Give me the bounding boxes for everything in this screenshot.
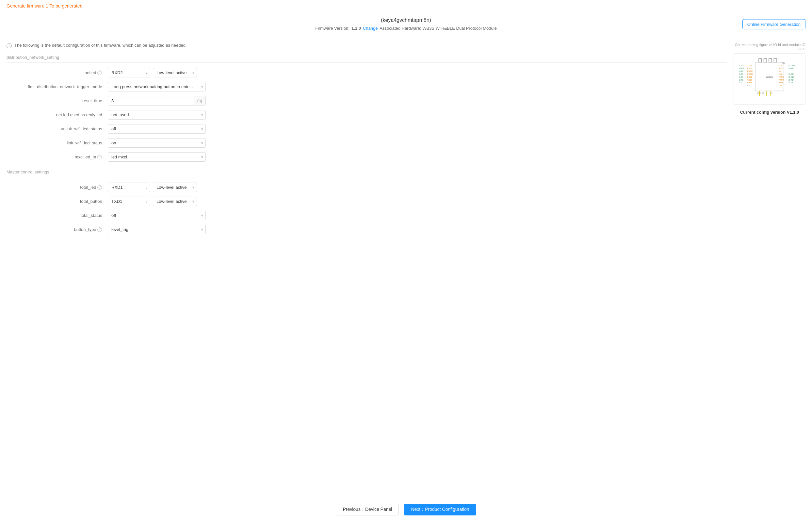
field-controls-mxcl_led_m: led mxcl (108, 152, 206, 162)
svg-text:IC-P0: IC-P0 (738, 79, 743, 81)
field-label-total_led: total_led ? : (6, 185, 105, 190)
help-icon-button_type[interactable]: ? (97, 227, 102, 232)
select-wrapper-mxcl_led_m-0: led mxcl (108, 152, 206, 162)
form-row-reset_time: reset_time :(s) (6, 96, 727, 105)
bottom-bar: Previous：Device Panel Next：Product Confi… (0, 499, 812, 520)
select-wrapper-net_led_used_as_realy_led-0: not_used (108, 110, 206, 120)
svg-text:IC-P6: IC-P6 (788, 82, 793, 84)
associated-hardware: Associated Hardware: WB3S WiFi&BLE Dual … (379, 26, 496, 31)
svg-text:P14: P14 (779, 73, 782, 75)
form-row-mxcl_led_m: mxcl led_m ? :led mxcl (6, 152, 727, 162)
svg-text:IC-P10: IC-P10 (738, 67, 744, 69)
select-total_led-1[interactable]: Low-level active (153, 183, 197, 192)
form-row-total_led: total_led ? :RXD1Low-level active (6, 183, 727, 192)
field-label-netled: netled ? : (6, 70, 105, 75)
select-mxcl_led_m-0[interactable]: led mxcl (108, 152, 206, 162)
top-bar: Generate firmware 1 To be generated (0, 0, 812, 12)
select-total_status-0[interactable]: off (108, 211, 206, 220)
module-diagram-svg: WB3S IC-P11 IC-P10 IC-P8 IC-P9 IC-P3 IC-… (737, 57, 802, 100)
right-panel: Corresponding figure of IO id and module… (734, 43, 806, 492)
field-controls-button_type: level_trig (108, 225, 206, 234)
diagram-label: Corresponding figure of IO id and module… (734, 43, 806, 51)
sections-container: distribution_network_settingnetled ? :RX… (6, 55, 727, 234)
svg-text:IC-CEN: IC-CEN (788, 65, 795, 67)
svg-text:TXD1: TXD1 (747, 65, 752, 67)
change-link[interactable]: Change (363, 26, 378, 31)
select-total_button-1[interactable]: Low-level active (153, 197, 197, 206)
input-reset_time[interactable] (108, 96, 194, 105)
form-row-net_led_used_as_realy_led: net led used as realy led :not_used (6, 110, 727, 120)
help-icon-netled[interactable]: ? (97, 71, 102, 75)
svg-text:RXD1: RXD1 (747, 67, 752, 69)
select-unlink_wifi_led_status-0[interactable]: off (108, 124, 206, 134)
svg-text:3.3V: 3.3V (779, 85, 783, 86)
select-wrapper-link_wifi_led_status-0: on (108, 138, 206, 148)
select-first_distribution_network_trigger_mode-0[interactable]: Long press network pairing button to ent… (108, 82, 206, 92)
field-controls-reset_time: (s) (108, 96, 206, 105)
main-content: i The following is the default configura… (0, 36, 812, 499)
select-link_wifi_led_status-0[interactable]: on (108, 138, 206, 148)
svg-text:RXD2: RXD2 (747, 76, 752, 78)
form-row-first_distribution_network_trigger_mode: first_distribution_network_trigger_mode … (6, 82, 727, 92)
field-label-first_distribution_network_trigger_mode: first_distribution_network_trigger_mode … (6, 84, 105, 89)
select-net_led_used_as_realy_led-0[interactable]: not_used (108, 110, 206, 120)
input-unit-reset_time: (s) (108, 96, 206, 105)
field-controls-net_led_used_as_realy_led: not_used (108, 110, 206, 120)
field-controls-first_distribution_network_trigger_mode: Long press network pairing button to ent… (108, 82, 206, 92)
online-firmware-generation-button[interactable]: Online Firmware Generation (742, 19, 806, 29)
select-netled-0[interactable]: RXD2 (108, 68, 150, 77)
page-wrapper: Generate firmware 1 To be generated (key… (0, 0, 812, 520)
previous-button[interactable]: Previous：Device Panel (336, 504, 399, 515)
generate-title: Generate firmware 1 To be generated (6, 3, 82, 8)
config-version: Current config version V1.1.0 (734, 110, 806, 115)
field-label-button_type: button_type ? : (6, 227, 105, 232)
select-wrapper-total_led-1: Low-level active (153, 183, 197, 192)
help-icon-total_led[interactable]: ? (97, 185, 102, 190)
section-distribution_network_setting: distribution_network_settingnetled ? :RX… (6, 55, 727, 162)
svg-text:IC-P14: IC-P14 (788, 73, 794, 75)
svg-text:IC-P3: IC-P3 (738, 76, 743, 78)
field-controls-total_status: off (108, 211, 206, 220)
firmware-info: Firmware Version: 1.1.0 Change Associate… (315, 26, 497, 31)
svg-text:IC-P26: IC-P26 (788, 76, 794, 78)
svg-text:PWM0: PWM0 (779, 82, 784, 84)
field-controls-total_led: RXD1Low-level active (108, 183, 197, 192)
field-controls-total_button: TXD1Low-level active (108, 197, 197, 206)
field-controls-link_wifi_led_status: on (108, 138, 206, 148)
input-unit-label-reset_time: (s) (194, 96, 206, 105)
select-netled-1[interactable]: Low-level active (153, 68, 197, 77)
svg-text:PWM5: PWM5 (779, 76, 784, 78)
field-controls-unlink_wifi_led_status: off (108, 124, 206, 134)
svg-text:EN: EN (779, 70, 781, 72)
select-total_button-0[interactable]: TXD1 (108, 197, 150, 206)
svg-text:PWM2: PWM2 (747, 70, 753, 72)
svg-text:IC-P23: IC-P23 (788, 67, 794, 69)
field-label-link_wifi_led_status: link_wifi_led_staus : (6, 140, 105, 145)
form-row-total_status: total_status :off (6, 211, 727, 220)
field-label-unlink_wifi_led_status: unlink_wifi_led_status : (6, 126, 105, 131)
svg-rect-1 (759, 59, 762, 62)
field-label-total_button: total_button : (6, 199, 105, 204)
svg-rect-3 (769, 59, 772, 62)
field-label-net_led_used_as_realy_led: net led used as realy led : (6, 112, 105, 117)
select-total_led-0[interactable]: RXD1 (108, 183, 150, 192)
svg-text:PWM4: PWM4 (779, 79, 784, 81)
select-button_type-0[interactable]: level_trig (108, 225, 206, 234)
select-wrapper-netled-1: Low-level active (153, 68, 197, 77)
svg-text:GND: GND (747, 85, 751, 86)
firmware-version-label: Firmware Version: (315, 26, 349, 31)
select-wrapper-unlink_wifi_led_status-0: off (108, 124, 206, 134)
svg-text:PWM3: PWM3 (747, 73, 753, 75)
select-wrapper-netled-0: RXD2 (108, 68, 150, 77)
field-controls-netled: RXD2Low-level active (108, 68, 197, 77)
field-label-reset_time: reset_time : (6, 98, 105, 103)
svg-rect-4 (774, 59, 777, 62)
header-section: (keya4gvchmtapm8n) Firmware Version: 1.1… (0, 12, 812, 36)
svg-text:IC-P9: IC-P9 (738, 73, 743, 75)
svg-text:CEN: CEN (779, 65, 783, 67)
help-icon-mxcl_led_m[interactable]: ? (97, 155, 102, 159)
svg-text:TXD2: TXD2 (747, 79, 752, 81)
next-button[interactable]: Next：Product Configuration (404, 504, 476, 515)
select-wrapper-total_button-1: Low-level active (153, 197, 197, 206)
svg-text:101: 101 (782, 62, 786, 64)
